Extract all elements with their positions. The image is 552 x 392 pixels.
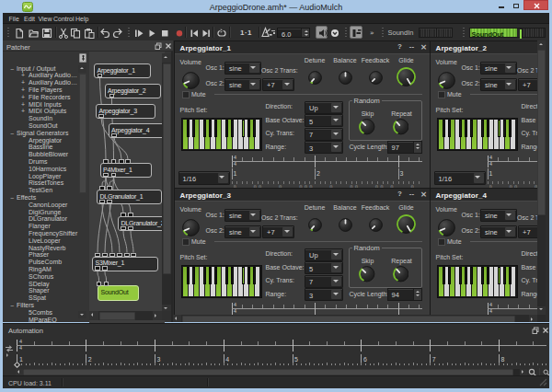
- document-vscroll[interactable]: [537, 40, 546, 315]
- base-octave-select-dropdown[interactable]: [331, 263, 341, 272]
- window-titlebar[interactable]: ArpeggioDrone.amh* — AudioMulch: [0, 0, 552, 13]
- canvas-vscroll[interactable]: [162, 53, 171, 314]
- tree-item-soundout[interactable]: SoundOut: [29, 122, 58, 129]
- output-pin[interactable]: [98, 74, 103, 78]
- volume-knob[interactable]: [182, 219, 200, 236]
- tree-group-effects[interactable]: Effects: [17, 194, 36, 201]
- piano-key-black[interactable]: [247, 120, 250, 138]
- tree-item-frequencyshifter[interactable]: FrequencyShifter: [29, 230, 77, 236]
- piano-key-black[interactable]: [487, 267, 489, 285]
- piano-key-black[interactable]: [503, 120, 506, 138]
- tempo-input[interactable]: 6.0: [277, 28, 310, 39]
- tree-scrollbar-down-button[interactable]: [78, 311, 86, 318]
- tree-item-schorus[interactable]: SChorus: [29, 273, 53, 280]
- panel-titlebar[interactable]: Arpeggiator_2?--×: [431, 41, 539, 54]
- patch-node-arpeggiator_4[interactable]: Arpeggiator_4: [109, 123, 166, 138]
- piano-key-black[interactable]: [231, 120, 234, 138]
- mute-checkbox[interactable]: [182, 238, 190, 247]
- toolbar-grip[interactable]: [128, 28, 130, 37]
- beat-indicator-icon[interactable]: [331, 29, 339, 37]
- playhead-marker[interactable]: [14, 362, 20, 368]
- osc2-transpose-select[interactable]: +7: [262, 225, 294, 238]
- range-select-dropdown[interactable]: [331, 143, 341, 152]
- cy-trans-select-dropdown[interactable]: [331, 277, 341, 286]
- document-hscroll-left-button[interactable]: [173, 315, 181, 322]
- piano-key-black-selected[interactable]: [498, 120, 500, 138]
- tree-item-auxiliary-audio-[interactable]: Auxiliary Audio…: [29, 79, 77, 86]
- tree-item-file-recorders[interactable]: File Recorders: [29, 94, 71, 100]
- piano-key-black[interactable]: [203, 120, 206, 138]
- tree-item-shaper[interactable]: Shaper: [29, 287, 50, 294]
- output-pin[interactable]: [121, 226, 126, 231]
- redo-button[interactable]: [111, 28, 123, 40]
- piano-key-black[interactable]: [192, 120, 195, 138]
- piano-key-black[interactable]: [443, 120, 445, 138]
- osc2-waveform-select[interactable]: sine: [224, 225, 261, 238]
- close-dock-button[interactable]: [165, 42, 172, 50]
- tree-item-10harmonics[interactable]: 10Harmonics: [29, 166, 66, 172]
- input-pin[interactable]: [121, 213, 126, 217]
- cycle-length-input[interactable]: 94: [387, 288, 422, 301]
- document-vscroll-up-button[interactable]: [537, 40, 546, 50]
- input-pin[interactable]: [125, 159, 131, 164]
- menu-view[interactable]: View: [39, 16, 52, 22]
- cy-trans-select-dropdown[interactable]: [331, 130, 341, 139]
- osc1-waveform-select-dropdown[interactable]: [505, 63, 515, 73]
- play-button[interactable]: [145, 28, 157, 40]
- piano-key-black[interactable]: [459, 267, 462, 285]
- panel-close-button[interactable]: ×: [420, 42, 429, 52]
- detune-knob[interactable]: [308, 71, 322, 85]
- input-pin[interactable]: [128, 213, 133, 217]
- tree-item-soundin[interactable]: SoundIn: [29, 115, 52, 121]
- menu-edit[interactable]: Edit: [24, 16, 35, 22]
- piano-key-black[interactable]: [465, 267, 467, 285]
- piano-key-black[interactable]: [231, 267, 234, 285]
- tree-item-sspat[interactable]: SSpat: [29, 294, 46, 301]
- output-pin[interactable]: [98, 114, 104, 119]
- piano-key-black[interactable]: [187, 267, 190, 285]
- piano-key-black[interactable]: [253, 120, 256, 138]
- pitch-set-keyboard[interactable]: [437, 118, 519, 151]
- osc2-waveform-select[interactable]: sine: [224, 78, 261, 91]
- tree-item-flanger[interactable]: Flanger: [29, 223, 51, 229]
- osc2-transpose-select[interactable]: +7: [518, 78, 539, 91]
- cut-button[interactable]: [58, 28, 69, 40]
- piano-key-black[interactable]: [448, 120, 451, 138]
- canvas-hscroll[interactable]: [89, 311, 162, 320]
- menu-control[interactable]: Control: [53, 16, 75, 22]
- cy-trans-select[interactable]: 7: [305, 275, 343, 288]
- minimize-icon[interactable]: [499, 6, 504, 8]
- resize-grip-icon[interactable]: [539, 378, 547, 386]
- volume-knob[interactable]: [438, 219, 455, 236]
- osc2-waveform-select-dropdown[interactable]: [249, 80, 259, 89]
- input-pin[interactable]: [104, 282, 109, 286]
- tempo-spinner[interactable]: [301, 29, 309, 38]
- mute-checkbox[interactable]: [182, 91, 190, 99]
- input-pin[interactable]: [111, 159, 117, 164]
- osc1-waveform-select-dropdown[interactable]: [249, 211, 259, 220]
- collapse-icon[interactable]: −: [10, 195, 14, 202]
- input-pin[interactable]: [117, 253, 122, 258]
- range-select[interactable]: 3: [305, 288, 343, 301]
- tree-scrollbar-up-button[interactable]: [78, 65, 86, 73]
- range-select-dropdown[interactable]: [331, 290, 341, 299]
- base-octave-select[interactable]: 5: [305, 114, 343, 127]
- repeat-knob[interactable]: [393, 266, 409, 282]
- expand-icon[interactable]: +: [21, 101, 25, 108]
- input-pin[interactable]: [124, 253, 130, 258]
- osc2-waveform-select[interactable]: sine: [480, 225, 517, 238]
- canvas-hscroll-thumb[interactable]: [99, 312, 135, 320]
- panel-titlebar[interactable]: Arpeggiator_1?--×: [175, 41, 430, 54]
- pitch-set-keyboard[interactable]: [437, 265, 519, 298]
- osc2-transpose-select-dropdown[interactable]: [282, 227, 293, 236]
- pitch-set-keyboard[interactable]: [181, 265, 263, 298]
- glide-knob[interactable]: [397, 67, 416, 86]
- panel-help-button[interactable]: ?: [396, 42, 405, 51]
- osc2-transpose-select[interactable]: +7: [262, 78, 294, 91]
- tree-item-canonlooper[interactable]: CanonLooper: [29, 202, 67, 208]
- automation-float-button[interactable]: [532, 327, 539, 334]
- collapse-icon[interactable]: −: [10, 66, 14, 73]
- tree-item-auxiliary-audio-[interactable]: Auxiliary Audio…: [29, 72, 77, 78]
- osc2-waveform-select-dropdown[interactable]: [249, 227, 259, 236]
- toolbar-grip[interactable]: [382, 28, 384, 37]
